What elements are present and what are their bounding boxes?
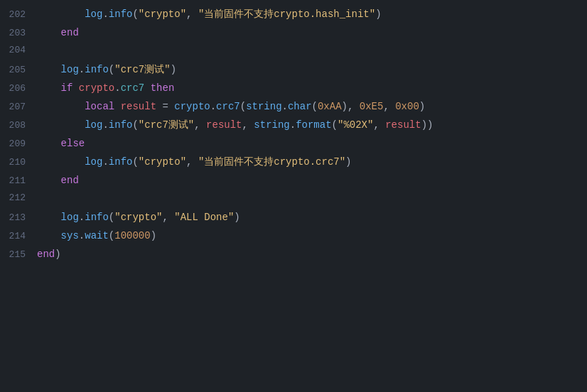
str-token: "ALL Done" (174, 212, 234, 223)
kw-token: then (151, 82, 175, 94)
fn-token: log (85, 119, 102, 131)
fn-token: sys (61, 230, 79, 241)
punct-token: . (79, 230, 85, 241)
punct-token: ( (312, 101, 318, 112)
indent-token (37, 27, 61, 38)
indent-token (37, 82, 61, 94)
plain-token (72, 82, 78, 94)
fn-token: info (85, 64, 109, 75)
punct-token: . (210, 101, 216, 112)
punct-token: ) (345, 156, 351, 168)
punct-token: ( (109, 64, 114, 75)
indent-token (37, 212, 61, 223)
indent-token (37, 64, 61, 75)
fn-token: crypto (174, 101, 210, 112)
code-line: 203 end (0, 24, 587, 43)
fn-token: wait (85, 230, 109, 241)
punct-token: , (194, 119, 206, 131)
plain-token: = (156, 101, 174, 112)
indent-token (37, 138, 61, 149)
num-token: 0x00 (395, 101, 419, 112)
indent-token (37, 101, 85, 112)
fn-token: crc7 (216, 101, 240, 112)
str-token: "crypto" (139, 156, 186, 168)
fn-token: char (288, 101, 312, 112)
fn-token: info (109, 156, 133, 168)
var-token: result (385, 119, 421, 131)
line-number: 202 (0, 8, 37, 23)
punct-token: . (102, 119, 108, 131)
line-number: 203 (0, 26, 37, 41)
code-line: 212 (0, 190, 587, 209)
line-number: 207 (0, 100, 37, 115)
code-line: 204 (0, 43, 587, 61)
line-content: log.info("crypto", "当前固件不支持crypto.hash_i… (37, 6, 382, 22)
fn-token: string (246, 101, 281, 112)
line-content: log.info("crypto", "当前固件不支持crypto.crc7") (37, 154, 352, 170)
code-line: 210 log.info("crypto", "当前固件不支持crypto.cr… (0, 153, 587, 172)
line-number: 210 (0, 156, 37, 170)
fn-token: string (254, 119, 289, 131)
punct-token: ) (375, 9, 381, 20)
str-cn-token: "当前固件不支持crypto.hash_init" (198, 9, 375, 20)
line-number: 205 (0, 63, 37, 78)
code-line: 206 if crypto.crc7 then (0, 80, 587, 98)
code-line: 202 log.info("crypto", "当前固件不支持crypto.ha… (0, 6, 587, 24)
punct-token: ) (234, 212, 239, 223)
punct-token: , (373, 119, 385, 131)
punct-token: , (242, 119, 254, 131)
line-content: log.info("crypto", "ALL Done") (37, 209, 240, 225)
var-token: result (206, 119, 242, 131)
fn-token: info (85, 212, 109, 223)
punct-token: . (79, 212, 85, 223)
line-content: end (37, 25, 79, 40)
punct-token: ( (132, 119, 138, 131)
plain-token (144, 82, 150, 94)
line-content: end (37, 173, 79, 188)
code-line: 205 log.info("crc7测试") (0, 61, 587, 80)
line-content: local result = crypto.crc7(string.char(0… (37, 99, 425, 114)
punct-token: , (162, 212, 174, 223)
punct-token: , (383, 101, 395, 112)
punct-token: ( (109, 230, 114, 241)
punct-token: . (79, 64, 85, 75)
line-content: if crypto.crc7 then (37, 80, 174, 96)
line-number: 206 (0, 82, 37, 97)
punct-token: , (186, 9, 198, 20)
code-editor: 202 log.info("crypto", "当前固件不支持crypto.ha… (0, 0, 587, 392)
punct-token: ( (132, 156, 138, 168)
var-token: crypto (79, 82, 114, 94)
str-cn-token: "crc7测试" (114, 64, 170, 75)
punct-token: ), (342, 101, 360, 112)
num-token: 0xAA (318, 101, 342, 112)
line-number: 213 (0, 211, 37, 226)
line-content: sys.wait(100000) (37, 228, 156, 244)
str-token: "%02X" (338, 119, 373, 131)
str-token: "crypto" (114, 212, 162, 223)
fn-token: log (61, 212, 79, 223)
punct-token: . (102, 9, 108, 20)
line-content: log.info("crc7测试") (37, 62, 176, 77)
line-number: 204 (0, 43, 37, 58)
plain-token (114, 101, 120, 112)
punct-token: . (290, 119, 296, 131)
line-number: 214 (0, 229, 37, 244)
fn-token: log (61, 64, 79, 75)
code-line: 215end) (0, 246, 587, 264)
code-line: 208 log.info("crc7测试", result, string.fo… (0, 116, 587, 135)
indent-token (37, 175, 61, 186)
num-token: 100000 (114, 230, 150, 241)
var-token: result (121, 101, 156, 112)
punct-token: ) (419, 101, 425, 112)
fn-token: log (85, 156, 102, 168)
code-line: 214 sys.wait(100000) (0, 227, 587, 246)
punct-token: ( (132, 9, 138, 20)
kw-token: end (37, 249, 55, 260)
line-content: end) (37, 246, 61, 262)
kw-token: local (85, 101, 114, 112)
str-cn-token: "crc7测试" (139, 119, 194, 131)
kw-token: if (61, 82, 73, 94)
line-content: else (37, 136, 85, 151)
line-number: 212 (0, 191, 37, 206)
line-number: 208 (0, 119, 37, 134)
